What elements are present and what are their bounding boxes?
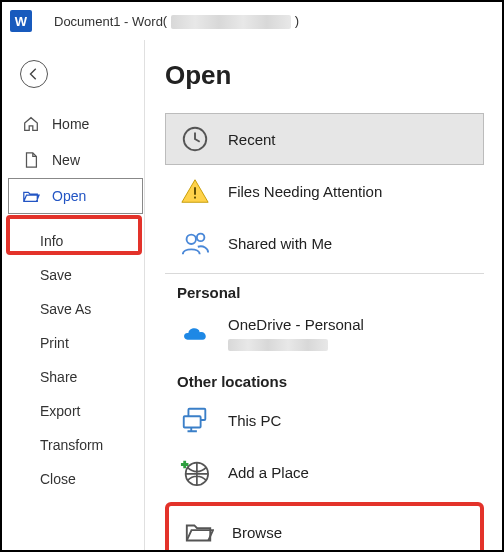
folder-open-icon [22, 187, 40, 205]
location-browse[interactable]: Browse [169, 506, 480, 550]
svg-point-4 [197, 234, 205, 242]
sidebar-item-label: Open [52, 188, 86, 204]
sidebar-item-transform[interactable]: Transform [2, 428, 144, 462]
location-label: This PC [228, 412, 281, 429]
location-label: Shared with Me [228, 235, 332, 252]
add-place-icon [180, 457, 210, 487]
location-label: Browse [232, 524, 282, 541]
svg-rect-1 [194, 187, 196, 195]
sidebar-item-save[interactable]: Save [2, 258, 144, 292]
svg-rect-2 [194, 197, 196, 199]
onedrive-title: OneDrive - Personal [228, 316, 364, 333]
document-title-text: Document1 - Word [54, 14, 163, 29]
sidebar-item-close[interactable]: Close [2, 462, 144, 496]
sidebar-item-share[interactable]: Share [2, 360, 144, 394]
highlight-browse: Browse [165, 502, 484, 550]
section-other: Other locations [177, 373, 484, 390]
sidebar-item-label: Home [52, 116, 89, 132]
sidebar-item-home[interactable]: Home [2, 106, 144, 142]
sidebar-item-print[interactable]: Print [2, 326, 144, 360]
location-attention[interactable]: Files Needing Attention [165, 165, 484, 217]
folder-open-icon [184, 517, 214, 547]
location-shared[interactable]: Shared with Me [165, 217, 484, 269]
svg-rect-6 [184, 416, 201, 427]
location-thispc[interactable]: This PC [165, 394, 484, 446]
location-recent[interactable]: Recent [165, 113, 484, 165]
location-onedrive[interactable]: OneDrive - Personal [165, 305, 484, 363]
back-button[interactable] [20, 60, 48, 88]
location-label: OneDrive - Personal [228, 316, 364, 352]
sidebar-item-label: New [52, 152, 80, 168]
redacted-user: ( ) [163, 13, 299, 29]
app-logo: W [10, 10, 32, 32]
location-label: Add a Place [228, 464, 309, 481]
clock-icon [180, 124, 210, 154]
location-label: Files Needing Attention [228, 183, 382, 200]
page-title: Open [165, 60, 484, 91]
section-personal: Personal [177, 284, 484, 301]
new-doc-icon [22, 151, 40, 169]
sidebar-item-info[interactable]: Info [2, 224, 144, 258]
sidebar-item-saveas[interactable]: Save As [2, 292, 144, 326]
titlebar: W Document1 - Word ( ) [2, 2, 502, 40]
open-panel: Open Recent Files Needing Attention Shar… [145, 40, 502, 550]
svg-point-3 [187, 235, 196, 244]
home-icon [22, 115, 40, 133]
sidebar-item-export[interactable]: Export [2, 394, 144, 428]
location-addplace[interactable]: Add a Place [165, 446, 484, 498]
location-label: Recent [228, 131, 276, 148]
sidebar-item-new[interactable]: New [2, 142, 144, 178]
divider [165, 273, 484, 274]
sidebar-item-open[interactable]: Open [8, 178, 143, 214]
redacted-account [228, 339, 328, 351]
document-title: Document1 - Word ( ) [54, 13, 299, 29]
onedrive-icon [180, 319, 210, 349]
backstage-sidebar: Home New Open Info Save Save As Print Sh… [2, 40, 145, 550]
arrow-left-icon [27, 67, 41, 81]
this-pc-icon [180, 405, 210, 435]
warning-icon [180, 176, 210, 206]
people-icon [180, 228, 210, 258]
